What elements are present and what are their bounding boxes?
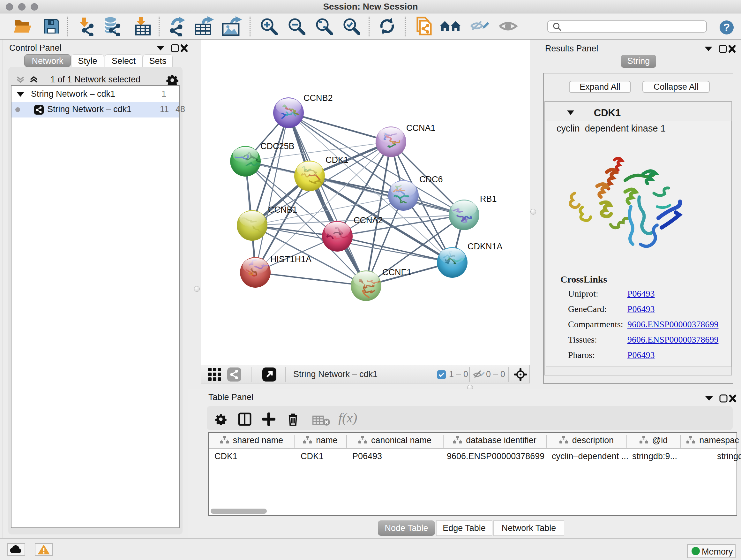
svg-text:CCNA2: CCNA2: [354, 215, 383, 225]
svg-text:CCNA1: CCNA1: [406, 123, 435, 133]
svg-text:CCNB2: CCNB2: [304, 93, 333, 103]
svg-text:CDC25B: CDC25B: [260, 141, 294, 151]
svg-text:RB1: RB1: [480, 194, 497, 204]
svg-text:CDKN1A: CDKN1A: [468, 242, 502, 251]
svg-text:CCNB1: CCNB1: [268, 205, 297, 214]
svg-text:CDK1: CDK1: [326, 155, 348, 165]
svg-text:HIST1H1A: HIST1H1A: [270, 254, 312, 264]
svg-text:CDC6: CDC6: [419, 175, 443, 184]
svg-text:CCNE1: CCNE1: [382, 267, 412, 277]
svg-text:?: ?: [724, 21, 730, 33]
